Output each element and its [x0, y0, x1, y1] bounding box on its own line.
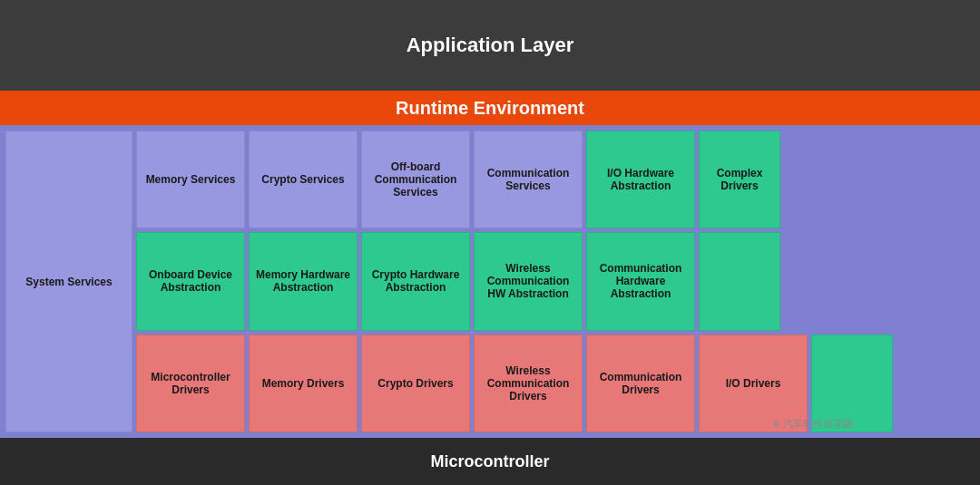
io-hw-abstraction-cell: I/O Hardware Abstraction: [586, 131, 695, 228]
comm-hw-abstraction-cell: Communication Hardware Abstraction: [586, 232, 695, 330]
application-layer: Application Layer: [0, 0, 980, 91]
crypto-services-cell: Crypto Services: [249, 131, 358, 228]
services-row: Memory Services Crypto Services Off-boar…: [136, 131, 975, 228]
diagram-wrapper: Application Layer Runtime Environment Sy…: [0, 0, 980, 485]
microcontroller-drivers-cell: Microcontroller Drivers: [136, 335, 245, 432]
rte-label: Runtime Environment: [396, 98, 584, 119]
app-layer-label: Application Layer: [407, 34, 574, 57]
onboard-abstraction-cell: Onboard Device Abstraction: [136, 232, 245, 330]
complex-drivers-hw-row: [699, 232, 780, 330]
crypto-hw-abstraction-cell: Crypto Hardware Abstraction: [361, 232, 470, 330]
microcontroller-layer: Microcontroller: [0, 438, 980, 485]
communication-drivers-cell: Communication Drivers: [586, 335, 695, 432]
offboard-services-cell: Off-board Communication Services: [361, 131, 470, 228]
hw-abstraction-row: Onboard Device Abstraction Memory Hardwa…: [136, 232, 975, 330]
communication-services-cell: Communication Services: [474, 131, 583, 228]
system-services-cell: System Services: [5, 131, 132, 432]
main-columns: Memory Services Crypto Services Off-boar…: [136, 131, 975, 432]
runtime-environment: Runtime Environment: [0, 91, 980, 125]
wireless-hw-abstraction-cell: Wireless Communication HW Abstraction: [474, 232, 583, 330]
wireless-drivers-cell: Wireless Communication Drivers: [474, 335, 583, 432]
watermark: ⊕ 汽车软件后花园: [772, 417, 853, 431]
memory-drivers-cell: Memory Drivers: [249, 335, 358, 432]
crypto-drivers-cell: Crypto Drivers: [361, 335, 470, 432]
middle-layer: System Services Memory Services Crypto S…: [0, 125, 980, 438]
micro-label: Microcontroller: [430, 452, 549, 471]
memory-hw-abstraction-cell: Memory Hardware Abstraction: [249, 232, 358, 330]
memory-services-cell: Memory Services: [136, 131, 245, 228]
system-services-column: System Services: [5, 131, 132, 432]
complex-drivers-cell: Complex Drivers: [699, 131, 780, 228]
